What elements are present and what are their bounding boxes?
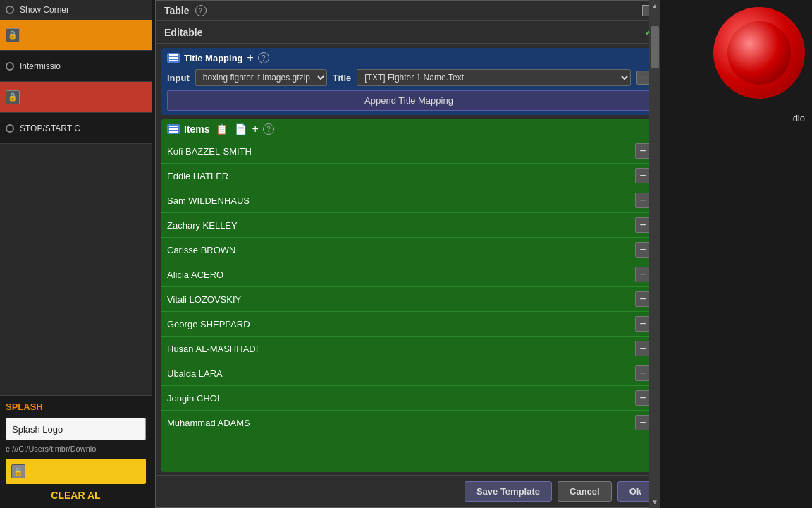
show-corner-row: Show Corner xyxy=(0,0,152,20)
item-remove-button[interactable]: − xyxy=(635,291,651,307)
title-mapping-icon xyxy=(167,53,180,63)
item-name: Alicia ACERO xyxy=(167,270,635,280)
items-list: Kofi BAZZEL-SMITH−Eddie HATLER−Sam WILDE… xyxy=(161,139,656,472)
title-mapping-title: Title Mapping xyxy=(184,53,243,64)
table-label: Table ? xyxy=(164,5,642,16)
red-row[interactable]: 🔒 xyxy=(0,82,152,113)
item-remove-button[interactable]: − xyxy=(635,143,651,159)
lock-icon-orange: 🔒 xyxy=(6,28,20,42)
item-remove-button[interactable]: − xyxy=(635,316,651,332)
items-copy-button[interactable]: 📋 xyxy=(214,123,229,135)
ok-button[interactable]: Ok xyxy=(617,481,653,502)
radio-stop xyxy=(6,124,14,133)
item-name: Eddie HATLER xyxy=(167,171,635,181)
right-panel: dio xyxy=(660,0,812,508)
items-section: Items 📋 📄 + ? Kofi BAZZEL-SMITH−Eddie HA… xyxy=(161,119,656,472)
stop-row: STOP/START C xyxy=(0,113,152,144)
list-item[interactable]: Zachary KELLEY− xyxy=(161,213,656,238)
radio-intermission xyxy=(6,62,14,71)
table-text: Table xyxy=(164,5,190,16)
title-mapping-header: Title Mapping + ? xyxy=(167,52,651,64)
title-label: Title xyxy=(333,73,352,83)
item-remove-button[interactable]: − xyxy=(635,242,651,258)
item-remove-button[interactable]: − xyxy=(635,365,651,381)
list-item[interactable]: Muhammad ADAMS− xyxy=(161,411,656,435)
title-mapping-section: Title Mapping + ? Input boxing fighter l… xyxy=(161,48,656,115)
intermission-label: Intermissio xyxy=(20,61,61,71)
item-name: Ubalda LARA xyxy=(167,368,635,379)
clear-all-button[interactable]: CLEAR AL xyxy=(6,485,146,505)
table-help-icon[interactable]: ? xyxy=(195,5,207,16)
item-remove-button[interactable]: − xyxy=(635,415,651,430)
editable-label: Editable xyxy=(164,27,644,38)
lock-icon-red: 🔒 xyxy=(6,90,20,104)
list-item[interactable]: Husan AL-MASHHADI− xyxy=(161,337,656,361)
show-corner-label: Show Corner xyxy=(20,5,69,15)
item-name: Carisse BROWN xyxy=(167,245,635,255)
items-header: Items 📋 📄 + ? xyxy=(161,119,656,139)
item-name: George SHEPPARD xyxy=(167,319,635,329)
scrollbar-thumb[interactable] xyxy=(651,26,659,68)
lock-icon-yellow: 🔒 xyxy=(11,464,25,478)
items-add-button[interactable]: + xyxy=(252,123,259,135)
items-help-icon[interactable]: ? xyxy=(263,123,274,135)
item-remove-button[interactable]: − xyxy=(635,341,651,356)
radio-dot xyxy=(6,6,14,14)
item-remove-button[interactable]: − xyxy=(635,390,651,406)
items-icon xyxy=(167,124,180,134)
input-label: Input xyxy=(167,73,190,83)
clear-section: 🔒 CLEAR AL xyxy=(6,459,146,505)
items-title: Items xyxy=(184,123,210,135)
main-dialog: Table ? Editable ✓ Title Mapping + ? Inp… xyxy=(155,0,663,508)
splash-heading: SPLASH xyxy=(6,399,146,415)
list-item[interactable]: Alicia ACERO− xyxy=(161,262,656,287)
save-template-button[interactable]: Save Template xyxy=(465,481,552,502)
sidebar: Show Corner 🔒 Intermissio 🔒 STOP/START C… xyxy=(0,0,152,508)
table-section: Table ? xyxy=(156,1,662,21)
list-item[interactable]: Kofi BAZZEL-SMITH− xyxy=(161,139,656,164)
splash-logo-box[interactable]: Splash Logo xyxy=(6,418,146,440)
items-paste-button[interactable]: 📄 xyxy=(233,123,248,135)
item-remove-button[interactable]: − xyxy=(635,217,651,233)
splash-url: e:///C:/Users/timbr/Downlo xyxy=(6,443,146,454)
dialog-footer: Save Template Cancel Ok xyxy=(156,475,662,507)
item-name: Vitali LOZOVSKIY xyxy=(167,294,635,305)
splash-section: SPLASH Splash Logo e:///C:/Users/timbr/D… xyxy=(0,395,152,508)
item-name: Jongin CHOI xyxy=(167,393,635,404)
item-name: Sam WILDENHAUS xyxy=(167,195,635,206)
list-item[interactable]: Vitali LOZOVSKIY− xyxy=(161,287,656,312)
stop-label: STOP/START C xyxy=(20,123,80,133)
title-mapping-body: Input boxing fighter lt images.gtzip Tit… xyxy=(167,69,651,86)
item-remove-button[interactable]: − xyxy=(635,267,651,282)
item-name: Muhammad ADAMS xyxy=(167,418,635,428)
item-name: Kofi BAZZEL-SMITH xyxy=(167,146,635,157)
title-mapping-add-button[interactable]: + xyxy=(247,52,254,64)
input-dropdown[interactable]: boxing fighter lt images.gtzip xyxy=(195,69,327,86)
intermission-row: Intermissio xyxy=(0,51,152,82)
list-item[interactable]: George SHEPPARD− xyxy=(161,312,656,337)
red-circle-inner xyxy=(727,21,791,85)
list-item[interactable]: Ubalda LARA− xyxy=(161,361,656,386)
title-mapping-help-icon[interactable]: ? xyxy=(258,52,269,64)
right-panel-text: dio xyxy=(793,113,805,123)
cancel-button[interactable]: Cancel xyxy=(558,481,612,502)
dialog-scrollbar[interactable]: ▲ ▼ xyxy=(649,0,660,508)
item-remove-button[interactable]: − xyxy=(635,193,651,208)
scroll-down-arrow[interactable]: ▼ xyxy=(649,496,660,508)
red-circle xyxy=(713,7,805,99)
title-dropdown[interactable]: [TXT] Fighter 1 Name.Text xyxy=(357,69,631,86)
clear-yellow-row: 🔒 xyxy=(6,459,146,484)
list-item[interactable]: Carisse BROWN− xyxy=(161,238,656,262)
list-item[interactable]: Jongin CHOI− xyxy=(161,386,656,411)
orange-row[interactable]: 🔒 xyxy=(0,20,152,51)
title-mapping-remove-button[interactable]: − xyxy=(636,71,651,85)
list-item[interactable]: Sam WILDENHAUS− xyxy=(161,188,656,213)
append-title-mapping-button[interactable]: Append Title Mapping xyxy=(167,90,651,111)
item-remove-button[interactable]: − xyxy=(635,168,651,183)
list-item[interactable]: Eddie HATLER− xyxy=(161,164,656,188)
editable-section: Editable ✓ xyxy=(156,21,662,44)
scroll-up-arrow[interactable]: ▲ xyxy=(649,0,660,12)
splash-logo-text: Splash Logo xyxy=(12,424,63,435)
item-name: Zachary KELLEY xyxy=(167,220,635,231)
item-name: Husan AL-MASHHADI xyxy=(167,344,635,354)
